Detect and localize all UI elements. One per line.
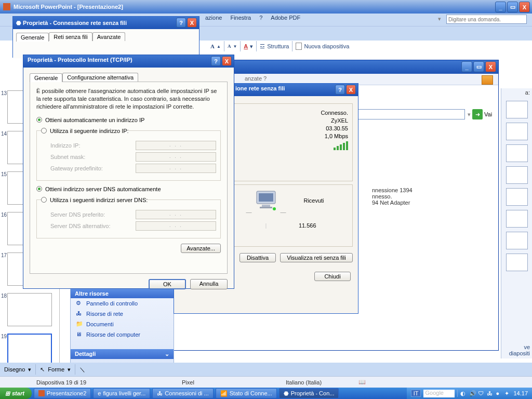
cancel-button[interactable]: Annulla (190, 279, 228, 289)
disegno-menu[interactable]: Disegno (4, 366, 25, 373)
powerpoint-format-toolbar: A▲ A▼ A ▾ ☲ Struttura Nuova diapositiva (210, 41, 349, 52)
tcp-help-button[interactable]: ? (211, 56, 221, 66)
menu-adobe[interactable]: Adobe PDF (271, 15, 300, 21)
line-icon[interactable]: ＼ (79, 366, 85, 374)
menu-window[interactable]: Finestra (230, 15, 251, 21)
disable-button[interactable]: Disattiva (240, 253, 276, 262)
powerpoint-title: Microsoft PowerPoint - [Presentazione2] (14, 4, 123, 10)
layout-thumb[interactable] (506, 123, 528, 140)
clock[interactable]: 14.17 (513, 390, 528, 396)
tray-network-icon[interactable]: 🖧 (487, 390, 493, 396)
wstat-help-button[interactable]: ? (335, 85, 345, 95)
computer-icon: 🖥 (76, 331, 83, 338)
outline-icon[interactable]: ☲ (260, 43, 265, 50)
network-icon: ⬣ (16, 20, 21, 26)
askbox-dropdown-icon[interactable]: ▾ (438, 16, 441, 22)
status-center: Pixel (182, 379, 194, 385)
tcp-close-button[interactable]: X (222, 56, 232, 66)
folder-icon: 📁 (76, 321, 83, 328)
tcp-tab-alt[interactable]: Configurazione alternativa (62, 73, 138, 82)
dettagli-header[interactable]: Dettagli ⌄ (71, 349, 174, 359)
pp-minimize-button[interactable]: _ (495, 2, 506, 12)
exp-maximize-button[interactable]: ▭ (473, 61, 484, 72)
pp-maximize-button[interactable]: ▭ (507, 2, 518, 12)
spellcheck-icon[interactable]: 📖 (358, 379, 366, 385)
svg-rect-1 (259, 193, 273, 202)
font-size-icon[interactable]: A (210, 43, 215, 49)
wprop-help-button[interactable]: ? (176, 18, 186, 28)
link-my-computer[interactable]: 🖥 Risorse del computer (71, 329, 174, 340)
recv-label: Ricevuti (280, 197, 348, 204)
go-icon[interactable]: ➜ (472, 109, 483, 119)
address-dropdown-icon[interactable]: ▾ (468, 111, 471, 118)
tcpip-properties-dialog: Proprietà - Protocollo Internet (TCP/IP)… (23, 55, 234, 289)
view-networks-button[interactable]: Visualizza reti senza fili (280, 253, 353, 262)
wprop-tab-general[interactable]: Generale (16, 33, 49, 42)
dns2-field: . . . (136, 221, 216, 231)
layout-thumb[interactable] (506, 144, 528, 162)
wprop-tab-wireless[interactable]: Reti senza fili (49, 32, 92, 41)
tray-icon[interactable]: ◐ (460, 390, 467, 396)
exp-minimize-button[interactable]: _ (461, 61, 472, 72)
advanced-button[interactable]: Avanzate... (181, 244, 221, 253)
layout-thumb[interactable] (506, 210, 528, 228)
slide-thumb[interactable] (7, 334, 52, 363)
layout-thumb[interactable] (506, 101, 528, 118)
windows-flag-icon (482, 75, 493, 85)
radio-static-dns[interactable]: Utilizza i seguenti indirizzi server DNS… (41, 197, 148, 203)
go-label[interactable]: Vai (484, 111, 492, 117)
slide-thumb[interactable] (7, 293, 52, 326)
font-color-icon[interactable]: A (244, 43, 248, 49)
new-slide-icon[interactable] (296, 43, 302, 50)
wstat-close-button[interactable]: X (346, 85, 356, 95)
font-size-dec-icon[interactable]: A (228, 44, 231, 49)
taskbar-item-status[interactable]: 📶 Stato di Conne... (216, 388, 277, 398)
panel-hint: ve diapositi (503, 344, 530, 356)
google-deskbar[interactable]: Google (423, 390, 455, 397)
language-indicator[interactable]: IT (411, 390, 421, 397)
tray-volume-icon[interactable]: 🔊 (469, 390, 475, 396)
exp-close-button[interactable]: X (485, 61, 496, 72)
nuova-diapositiva-button[interactable]: Nuova diapositiva (304, 43, 349, 49)
forme-menu[interactable]: Forme (48, 366, 64, 373)
wireless-icon: 📶 (220, 390, 228, 397)
close-button[interactable]: Chiudi (314, 272, 351, 281)
network-icon: 🖧 (76, 310, 83, 317)
wprop-titlebar[interactable]: ⬣ Proprietà - Connessione rete senza fil… (13, 17, 199, 29)
pp-close-button[interactable]: X (519, 2, 530, 12)
tray-shield-icon[interactable]: 🛡 (478, 390, 484, 396)
svg-rect-3 (260, 207, 272, 208)
link-network-places[interactable]: 🖧 Risorse di rete (71, 309, 174, 319)
status-language: Italiano (Italia) (286, 379, 322, 385)
wprop-tab-advanced[interactable]: Avanzate (92, 32, 126, 41)
menu-item[interactable]: azione (205, 15, 222, 21)
activity-computer-icon (252, 189, 280, 211)
struttura-button[interactable]: Struttura (267, 43, 289, 49)
pointer-icon[interactable]: ↖ (40, 366, 45, 373)
layout-thumb[interactable] (506, 188, 528, 206)
start-button[interactable]: ⊞ start (0, 388, 32, 399)
wprop-close-button[interactable]: X (187, 18, 197, 28)
tcp-titlebar[interactable]: Proprietà - Protocollo Internet (TCP/IP)… (23, 55, 234, 68)
radio-auto-ip[interactable]: Ottieni automaticamente un indirizzo IP (36, 117, 221, 123)
drawing-toolbar: Disegno ▾ ↖ Forme ▾ ＼ (0, 363, 532, 376)
tray-icon[interactable]: ● (496, 390, 502, 396)
layout-thumb[interactable] (506, 166, 528, 184)
taskbar-item-properties[interactable]: ⬣ Proprietà - Con... (279, 388, 339, 398)
taskbar-item-ie[interactable]: e figura livelli ger... (93, 388, 150, 398)
radio-static-ip[interactable]: Utilizza il seguente indirizzo IP: (41, 128, 129, 134)
radio-auto-dns[interactable]: Ottieni indirizzo server DNS automaticam… (36, 186, 221, 192)
link-control-panel[interactable]: ⚙ Pannello di controllo (71, 298, 174, 309)
menu-help[interactable]: ? (259, 15, 262, 21)
link-documents[interactable]: 📁 Documenti (71, 319, 174, 329)
chevron-down-icon: ⌄ (165, 351, 169, 357)
powerpoint-titlebar: Microsoft PowerPoint - [Presentazione2] … (0, 0, 532, 14)
taskbar-item-connections[interactable]: 🖧 Connessioni di ... (152, 388, 213, 398)
ok-button[interactable]: OK (149, 279, 186, 289)
taskbar-item-powerpoint[interactable]: Presentazione2 (34, 388, 91, 398)
tcp-tab-general[interactable]: Generale (30, 73, 62, 82)
layout-thumb[interactable] (506, 232, 528, 249)
tray-icon[interactable]: ✦ (504, 390, 511, 396)
ask-a-question-box[interactable] (446, 15, 527, 24)
layout-thumb[interactable] (506, 254, 528, 271)
